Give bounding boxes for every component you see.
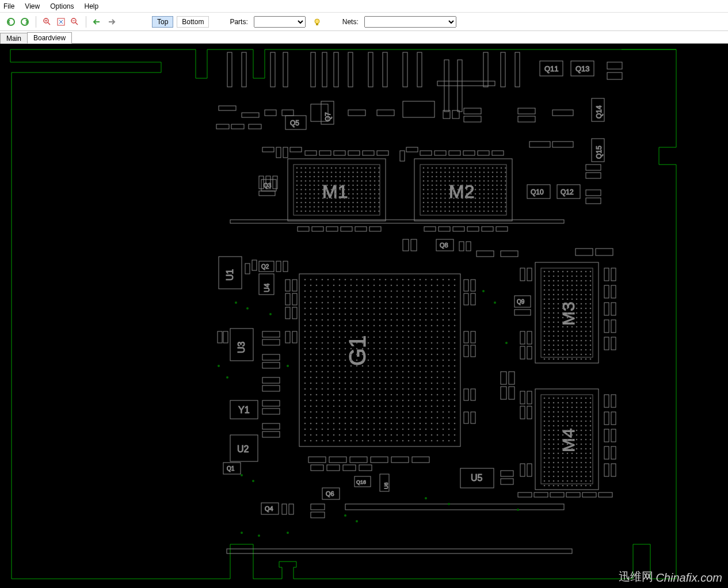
svg-point-1425 — [483, 206, 485, 208]
zoom-out-icon[interactable] — [70, 17, 80, 27]
svg-point-934 — [327, 429, 329, 430]
svg-point-1290 — [505, 176, 506, 178]
svg-rect-165 — [501, 372, 506, 384]
pcb-canvas[interactable]: Q11 Q13 Q14 Q5 Q7 Q15 M1 M2 Q3 Q10 Q1 — [0, 44, 728, 588]
svg-point-523 — [448, 337, 450, 338]
parts-dropdown[interactable] — [254, 16, 306, 28]
back-icon[interactable] — [6, 17, 16, 27]
top-layer-button[interactable]: Top — [152, 16, 173, 28]
menu-file[interactable]: File — [3, 2, 14, 10]
bottom-layer-button[interactable]: Bottom — [177, 16, 209, 28]
svg-point-557 — [333, 348, 335, 350]
svg-point-1561 — [544, 317, 546, 319]
svg-point-708 — [425, 377, 427, 379]
svg-point-1661 — [548, 358, 550, 360]
svg-point-1852 — [567, 471, 569, 473]
svg-point-1856 — [585, 471, 587, 473]
svg-point-1716 — [548, 416, 550, 418]
svg-point-938 — [350, 429, 352, 430]
svg-point-1280 — [462, 176, 463, 178]
svg-point-1321 — [466, 185, 468, 186]
svg-point-1858 — [544, 476, 546, 478]
svg-point-1904 — [425, 497, 427, 499]
svg-point-1610 — [567, 335, 569, 337]
svg-rect-138 — [527, 346, 532, 359]
menu-help[interactable]: Help — [85, 2, 99, 10]
svg-point-1584 — [548, 326, 550, 328]
svg-point-1839 — [558, 467, 559, 468]
svg-point-911 — [350, 423, 352, 425]
svg-point-1883 — [558, 485, 559, 487]
svg-point-762 — [425, 388, 427, 390]
svg-point-692 — [333, 377, 335, 379]
component-q13: Q13 — [575, 64, 590, 73]
zoom-fit-icon[interactable] — [56, 17, 66, 27]
svg-point-1836 — [544, 467, 546, 468]
svg-point-415 — [448, 314, 450, 315]
arrow-right-icon[interactable] — [106, 17, 116, 27]
svg-point-654 — [425, 365, 427, 367]
menu-options[interactable]: Options — [50, 2, 74, 10]
tab-boardview[interactable]: Boardview — [27, 32, 72, 44]
svg-point-1028 — [369, 167, 371, 169]
svg-point-1686 — [562, 402, 564, 404]
svg-point-1827 — [553, 462, 555, 464]
svg-point-1638 — [544, 349, 546, 351]
nets-label: Nets: — [342, 18, 359, 26]
svg-point-433 — [397, 319, 398, 321]
svg-rect-53 — [262, 147, 274, 152]
svg-point-274 — [414, 285, 416, 287]
svg-point-303 — [425, 291, 427, 292]
svg-point-276 — [425, 285, 427, 287]
svg-point-1819 — [567, 457, 569, 459]
nets-dropdown[interactable] — [364, 16, 456, 28]
tab-main[interactable]: Main — [0, 33, 28, 44]
svg-point-1241 — [466, 167, 468, 169]
zoom-in-icon[interactable] — [42, 17, 52, 27]
svg-point-1471 — [585, 276, 587, 277]
svg-point-798 — [322, 400, 323, 402]
svg-rect-204 — [412, 457, 429, 463]
svg-point-1131 — [296, 193, 298, 195]
svg-point-681 — [425, 371, 427, 373]
svg-point-1891 — [235, 301, 237, 304]
svg-point-1132 — [300, 193, 302, 195]
svg-rect-34 — [348, 110, 365, 116]
lightbulb-icon[interactable] — [312, 17, 322, 26]
svg-point-1438 — [453, 211, 455, 212]
board-viewport[interactable]: Q11 Q13 Q14 Q5 Q7 Q15 M1 M2 Q3 Q10 Q1 — [0, 44, 728, 588]
svg-point-1662 — [553, 358, 555, 360]
svg-point-1479 — [571, 280, 573, 282]
svg-rect-123 — [514, 310, 531, 315]
svg-point-367 — [327, 308, 329, 310]
svg-point-321 — [373, 296, 375, 298]
svg-rect-130 — [604, 320, 609, 333]
svg-point-967 — [362, 434, 364, 436]
arrow-left-icon[interactable] — [92, 17, 102, 27]
svg-point-294 — [373, 291, 375, 292]
menubar: File View Options Help — [0, 0, 728, 13]
svg-point-1075 — [314, 180, 315, 182]
svg-rect-177 — [262, 331, 280, 337]
svg-point-1416 — [444, 206, 446, 208]
svg-point-1701 — [581, 407, 582, 408]
menu-view[interactable]: View — [25, 2, 40, 10]
svg-point-1526 — [585, 299, 587, 300]
svg-point-1328 — [496, 185, 498, 186]
svg-point-680 — [420, 371, 421, 373]
forward-icon[interactable] — [20, 17, 30, 27]
component-y1: Y1 — [238, 405, 250, 415]
svg-point-1195 — [314, 206, 315, 208]
svg-point-843 — [425, 406, 427, 407]
svg-point-818 — [437, 400, 439, 402]
svg-point-1557 — [576, 312, 578, 314]
svg-point-715 — [310, 383, 312, 384]
svg-point-1197 — [322, 206, 324, 208]
svg-point-687 — [304, 377, 306, 379]
svg-point-1456 — [567, 271, 569, 273]
svg-point-269 — [385, 285, 387, 287]
svg-point-610 — [327, 360, 329, 361]
svg-rect-205 — [311, 465, 323, 471]
svg-point-624 — [408, 360, 410, 361]
svg-point-914 — [368, 423, 369, 425]
